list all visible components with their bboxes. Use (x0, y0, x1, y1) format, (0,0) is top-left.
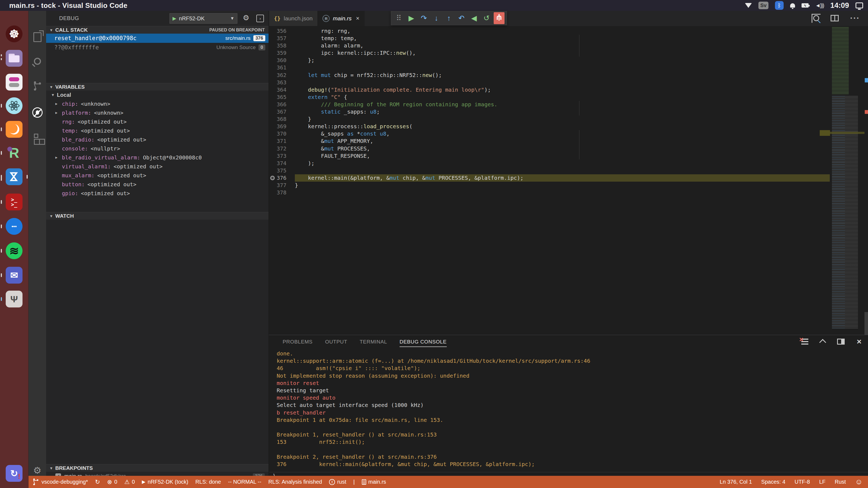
clear-console-icon[interactable] (801, 338, 808, 345)
console-line: Breakpoint 1, reset_handler () at src/ma… (277, 431, 860, 438)
variable-row[interactable]: button:<optimized out> (46, 180, 269, 189)
tab-main.rs[interactable]: Rmain.rs× (318, 11, 365, 26)
status-item-rls-done[interactable]: RLS: done (195, 479, 221, 485)
configure-gear-icon[interactable]: ⚙ (243, 13, 249, 22)
token (295, 94, 308, 100)
activity-debug-button[interactable] (29, 102, 46, 123)
panel-layout-icon[interactable] (837, 338, 845, 345)
variable-row[interactable]: ▶platform:<unknown> (46, 108, 269, 117)
dock-item-files[interactable] (6, 50, 23, 67)
status-item-ln-376-col-1[interactable]: Ln 376, Col 1 (720, 479, 752, 485)
clock[interactable]: 14:09 (830, 1, 849, 10)
step-back-button[interactable]: ↶ (456, 12, 467, 24)
dock-item-usb[interactable]: Ψ (6, 291, 23, 307)
restart-button[interactable]: ↺ (481, 12, 492, 24)
dock-item-vscode[interactable]: ⋈ (6, 168, 23, 185)
smiley-icon: ☺ (855, 478, 863, 486)
status-item[interactable]: ☺ (855, 478, 863, 486)
variables-scope-local[interactable]: ▼ Local (46, 91, 71, 99)
status-item[interactable]: ↻ (95, 479, 100, 486)
battery-icon[interactable]: ϟ (802, 3, 809, 8)
open-preview-icon[interactable] (813, 15, 819, 21)
dock-item-spotify[interactable]: ≋ (6, 242, 23, 259)
breakpoints-header[interactable]: ▼ BREAKPOINTS (46, 464, 269, 472)
volume-icon[interactable]: ◄))) (815, 2, 824, 9)
dock-item-riot[interactable]: R (6, 144, 23, 161)
variable-row[interactable]: gpio:<optimized out> (46, 189, 269, 198)
split-editor-icon[interactable] (831, 15, 839, 22)
call-stack-header[interactable]: ▼ CALL STACK PAUSED ON BREAKPOINT (46, 26, 269, 34)
status-item-rust[interactable]: Rust (835, 479, 846, 485)
status-item-rust[interactable]: !rust (329, 479, 346, 485)
keyboard-layout-indicator[interactable]: Sv (758, 2, 769, 9)
maximize-panel-icon[interactable] (819, 339, 826, 346)
reverse-continue-button[interactable]: ◀ (468, 12, 479, 24)
activity-source-control-button[interactable] (29, 75, 46, 97)
status-item-lf[interactable]: LF (819, 479, 826, 485)
overview-ruler[interactable] (865, 26, 868, 335)
status-item-nrf52-dk-tock-[interactable]: ▶nRF52-DK (tock) (142, 479, 188, 485)
variable-row[interactable]: ▶ble_radio_virtual_alarm:Object@*0x20000… (46, 153, 269, 162)
notifications-bell-icon[interactable] (790, 3, 795, 8)
scrollbar-slider[interactable] (865, 312, 868, 335)
dock-item-chat[interactable]: ••• (6, 218, 23, 235)
status-item-spaces-4[interactable]: Spaces: 4 (761, 479, 785, 485)
status-item--normal-[interactable]: -- NORMAL -- (228, 479, 261, 485)
wifi-icon[interactable] (745, 3, 752, 8)
debug-console-output[interactable]: done.kernel::support::arm::atomic (f=...… (277, 350, 860, 468)
variable-row[interactable]: virtual_alarm1:<optimized out> (46, 162, 269, 171)
breakpoint-list-item[interactable]: ✓ main.rs boards/nrf52dk/src 376 (46, 472, 269, 476)
status-item-main-rs[interactable]: main.rs (362, 479, 386, 485)
bluetooth-icon[interactable]: ᛒ (775, 1, 784, 10)
launch-config-dropdown[interactable]: ▶ nRF52-DK ▼ (169, 13, 237, 24)
code-editor[interactable]: 356 rng: rng,357 temp: temp,358 alarm: a… (269, 26, 868, 335)
dock-item-terminal[interactable]: >_ >_ (6, 194, 23, 210)
variable-row[interactable]: temp:<optimized out> (46, 126, 269, 135)
variable-row[interactable]: rng:<optimized out> (46, 117, 269, 126)
panel-tab-terminal[interactable]: TERMINAL (360, 335, 387, 349)
continue-button[interactable]: ▶ (406, 12, 416, 24)
dock-item-electron[interactable] (6, 97, 23, 114)
tab-launch.json[interactable]: {}launch.json (269, 11, 318, 26)
close-panel-icon[interactable]: × (857, 338, 862, 345)
variable-row[interactable]: ble_radio:<optimized out> (46, 135, 269, 144)
step-out-button[interactable]: ↑ (443, 12, 454, 24)
variable-row[interactable]: mux_alarm:<optimized out> (46, 171, 269, 180)
disconnect-button[interactable]: ψ (494, 12, 504, 24)
status-item-0[interactable]: ⊗0 (107, 479, 118, 486)
call-stack-frame[interactable]: reset_handler@0x0000798csrc/main.rs376 (46, 34, 269, 43)
activity-search-button[interactable] (29, 51, 46, 72)
activity-extensions-button[interactable] (29, 126, 46, 148)
step-into-button[interactable]: ↓ (431, 12, 442, 24)
dock-item-mail[interactable]: ✉ (6, 267, 23, 284)
call-stack-frame[interactable]: ??@0xfffffffeUnknown Source0 (46, 43, 269, 52)
breakpoint-checkbox[interactable]: ✓ (55, 474, 61, 476)
close-icon[interactable]: × (356, 15, 360, 22)
dock-item-ubuntu[interactable]: ☸ (6, 26, 23, 42)
status-item-utf-8[interactable]: UTF-8 (795, 479, 810, 485)
frame-source: src/main.rs (225, 35, 251, 41)
dock-item-firefox[interactable] (6, 121, 23, 138)
start-debug-icon[interactable]: ▶ (173, 15, 176, 22)
variable-row[interactable]: console:<nullptr> (46, 144, 269, 153)
more-actions-icon[interactable]: ··· (850, 13, 860, 23)
panel-tab-output[interactable]: OUTPUT (325, 335, 347, 349)
status-item-rls-analysis-finished[interactable]: RLS: Analysis finished (268, 479, 322, 485)
activity-explorer-button[interactable] (29, 26, 46, 48)
dock-item-trash[interactable]: ↻! (6, 465, 23, 482)
display-icon[interactable] (856, 2, 863, 8)
variable-row[interactable]: ▶chip:<unknown> (46, 99, 269, 108)
variables-header[interactable]: ▼ VARIABLES (46, 83, 269, 91)
status-item-0[interactable]: ⚠0 (124, 479, 135, 486)
watch-header[interactable]: ▼ WATCH (46, 212, 269, 220)
dock-item-settings[interactable] (6, 74, 23, 91)
minimap[interactable] (830, 26, 865, 335)
variable-value: <nullptr> (91, 145, 120, 152)
status-item--[interactable]: | (353, 479, 355, 485)
panel-tab-debug-console[interactable]: DEBUG CONSOLE (400, 335, 447, 349)
panel-tab-problems[interactable]: PROBLEMS (283, 335, 312, 349)
status-item-vscode-debugging-[interactable]: vscode-debugging* (32, 477, 88, 487)
step-over-button[interactable]: ↷ (418, 12, 429, 24)
vscode-icon: ⋈ (8, 171, 20, 182)
open-debug-console-icon[interactable]: › (256, 14, 264, 22)
